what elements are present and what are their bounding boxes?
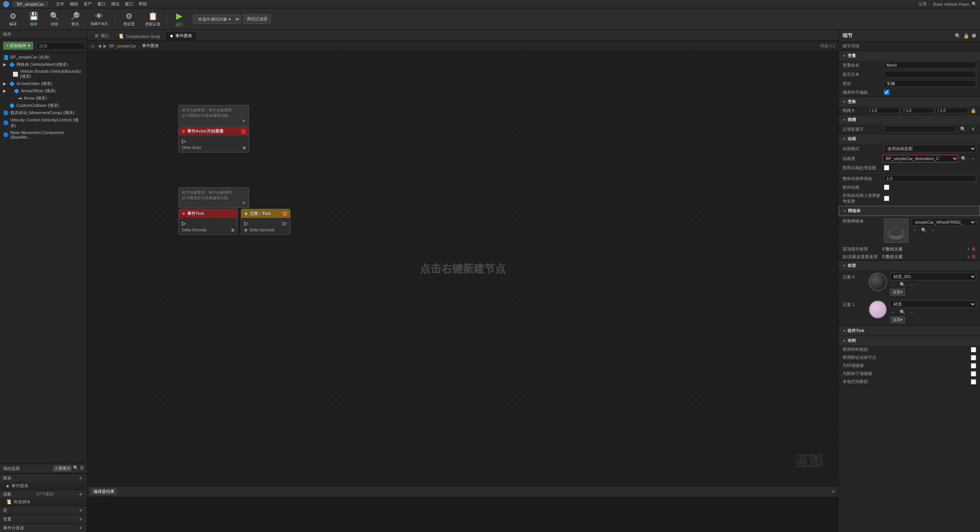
mesh-header[interactable]: ▼ 网格体	[839, 206, 980, 216]
anim-class-search-btn[interactable]: 🔍	[960, 155, 968, 162]
transform-lock-icon[interactable]: 🔒	[970, 108, 976, 113]
actor-overlap-node[interactable]: ◆ 事件Actor开始重叠 ▷ Other Actor	[178, 126, 249, 152]
lod-add-btn-2[interactable]: +	[967, 254, 970, 260]
variable-name-input[interactable]	[884, 62, 976, 69]
anim-class-select[interactable]: BP_simpleCar_Animation_C	[882, 155, 958, 162]
x-field[interactable]: X	[866, 108, 899, 113]
parent-socket-input[interactable]	[884, 126, 956, 133]
nav-back-button[interactable]: ◀	[98, 43, 101, 49]
lod-del-btn-1[interactable]: 🗑	[972, 246, 976, 252]
class-defaults-button[interactable]: 📋 类默认值	[141, 10, 164, 28]
delta-pin-1[interactable]	[231, 229, 234, 232]
delta-pin-in[interactable]	[244, 229, 247, 232]
debug-select[interactable]: 未选中调试对象 ▾	[193, 15, 241, 24]
tree-item-arrow-offset[interactable]: ▶ 🔷 ArrowOffset (继承)	[0, 87, 87, 95]
blueprint-canvas[interactable]: 点击右键新建节点 此节点被禁用，将不会被调用，从引脚连出引线来编译功能。 ▼ ◆…	[87, 51, 838, 486]
tree-item-movement[interactable]: 🔵 载具移动 (MovementComp) (继承)	[0, 109, 87, 116]
parent-tick-node[interactable]: ◆ 父类：Tick ▷ ▷ Delta Seconds	[241, 209, 291, 235]
mesh-search-btn[interactable]: 🔍	[920, 227, 928, 234]
z-field[interactable]: Z	[935, 108, 968, 113]
mesh-forward-btn[interactable]: →	[929, 227, 936, 234]
tree-item-mesh[interactable]: ▶ 🔷 网格体 (VehicleMesh)(继承)	[0, 61, 87, 68]
variables-add-button[interactable]: +	[78, 516, 84, 522]
detail-settings-icon[interactable]: ⚙	[972, 33, 976, 39]
event-dispatchers-add-button[interactable]: +	[78, 525, 84, 531]
parent-exec-out-pin[interactable]: ▷	[283, 220, 287, 226]
category-input[interactable]	[884, 80, 976, 87]
new-button[interactable]: + 新增 ▾	[53, 465, 72, 471]
y-input[interactable]	[906, 108, 918, 113]
macros-header[interactable]: 宏 +	[0, 506, 87, 514]
mat1-forward-btn[interactable]: →	[908, 309, 915, 316]
parent-exec-in-pin[interactable]: ▷	[244, 220, 248, 226]
pause-anim-checkbox[interactable]	[884, 185, 889, 190]
breadcrumb-bp-name[interactable]: BP_simpleCar	[109, 44, 136, 48]
browse-button[interactable]: 🔍 浏览	[44, 10, 64, 28]
macros-add-button[interactable]: +	[78, 507, 84, 513]
anim-mode-select[interactable]: 使用动画蓝图	[884, 145, 976, 152]
anim-class-arrow-btn[interactable]: →	[969, 155, 976, 162]
node-close-icon[interactable]	[241, 129, 246, 134]
class-settings-button[interactable]: ⚙ 类设置	[118, 10, 140, 28]
parent-tick-close-icon[interactable]	[283, 211, 287, 216]
node2-collapse-btn[interactable]: ▼	[242, 201, 246, 205]
filter-bp-icon[interactable]: ☰	[80, 465, 84, 471]
tree-item-velocity[interactable]: 🔵 Velocity Control (VelocityControl) (继承…	[0, 116, 87, 129]
tree-item-base-movement[interactable]: 🔵 Base Movement Component (BaseMo...	[0, 129, 87, 140]
z-input[interactable]	[940, 108, 952, 113]
add-component-button[interactable]: + 添加组件 ▾	[3, 42, 33, 50]
graphs-header[interactable]: 图表 +	[0, 474, 87, 482]
node1-collapse-btn[interactable]: ▼	[242, 118, 246, 123]
use-ref-pose-checkbox[interactable]	[884, 196, 889, 201]
cloth-header[interactable]: ▼ 布料	[839, 336, 980, 345]
parent-socket-clear-btn[interactable]: ✕	[970, 126, 976, 133]
debug-filter-button[interactable]: 调试过滤器	[243, 14, 271, 24]
document-tab[interactable]: BP_simpleCar	[12, 1, 48, 7]
sockets-header[interactable]: ▼ 插槽	[839, 115, 980, 124]
event-dispatchers-header[interactable]: 事件分发器 +	[0, 524, 87, 532]
construction-tab[interactable]: 📜 Construction Scrip	[114, 32, 165, 40]
tree-item-root[interactable]: 📘 BP_simpleCar (自身)	[0, 54, 87, 61]
component-search-input[interactable]	[36, 42, 85, 50]
parent-socket-search-btn[interactable]: 🔍	[959, 126, 967, 133]
find-button[interactable]: 🔎 查找	[65, 10, 85, 28]
my-blueprints-header[interactable]: 我的蓝图 + 新增 ▾ 🔍 ☰	[0, 464, 87, 473]
tooltip-input[interactable]	[884, 71, 976, 78]
local-space-checkbox[interactable]	[971, 379, 976, 385]
mat0-setup-btn[interactable]: 设置▾	[890, 289, 905, 296]
search-parent-icon[interactable]: 🔍	[972, 2, 977, 7]
variables-detail-header[interactable]: ▼ 变量	[839, 51, 980, 61]
mat0-back-btn[interactable]: ←	[890, 281, 897, 288]
menu-asset[interactable]: 资产	[83, 1, 92, 7]
tree-item-arrow-holder[interactable]: ▶ 🔷 ArrowHolder (继承)	[0, 80, 87, 87]
component-tick-header[interactable]: ▼ 组件Tick	[839, 326, 980, 336]
lod-del-btn-2[interactable]: 🗑	[972, 254, 976, 259]
event-tick-node[interactable]: ◆ 事件Tick ▷ Delta Seconds	[178, 209, 238, 235]
editable-checkbox[interactable]	[884, 90, 889, 95]
nav-forward-button[interactable]: ▶	[103, 43, 107, 49]
tick-exec-out-pin[interactable]: ▷	[182, 220, 186, 226]
mat1-setup-btn[interactable]: 设置▾	[890, 316, 905, 323]
bookmark-icon[interactable]: ☆	[90, 43, 95, 49]
menu-debug[interactable]: 窗口	[97, 1, 106, 7]
functions-add-button[interactable]: +	[78, 491, 84, 497]
mat0-forward-btn[interactable]: →	[908, 281, 915, 288]
mat0-search-btn[interactable]: 🔍	[898, 281, 906, 288]
compiler-results-tab[interactable]: 编译器结果	[90, 488, 118, 495]
run-button[interactable]: ▶ 运行	[169, 10, 189, 28]
variables-header[interactable]: 变量 +	[0, 515, 87, 523]
event-graph-tab[interactable]: ◆ 事件图表	[165, 31, 197, 40]
skeletal-mesh-select[interactable]: simpleCar_WheelFR002_	[911, 218, 976, 226]
mat-select-1[interactable]: 材质	[890, 300, 976, 308]
compile-button[interactable]: ⚙ 编译	[3, 10, 23, 28]
environment-checkbox[interactable]	[971, 363, 976, 368]
hide-unrelated-button[interactable]: 👁 隐藏不相关	[86, 10, 113, 28]
menu-file[interactable]: 文件	[56, 1, 64, 7]
output-log-close[interactable]: ✕	[831, 489, 835, 494]
menu-help[interactable]: 帮助	[139, 1, 147, 7]
event-graph-item[interactable]: ◆ 事件图表	[0, 482, 87, 489]
graphs-add-button[interactable]: +	[78, 475, 84, 481]
transform-drag-label[interactable]: 拖拽 ▾	[843, 108, 866, 113]
disable-cloth-checkbox[interactable]	[971, 347, 976, 352]
detail-lock-icon[interactable]: 🔒	[963, 33, 969, 39]
